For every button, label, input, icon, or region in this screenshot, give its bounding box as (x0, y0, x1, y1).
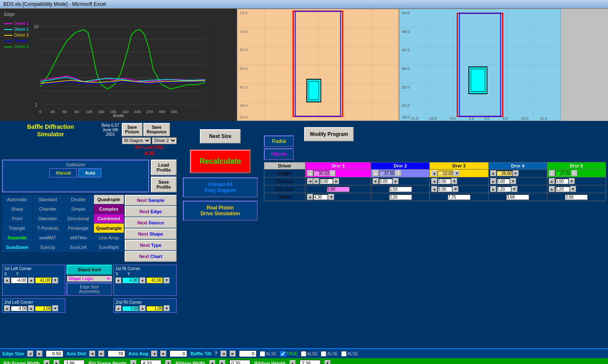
height-drvr1-down[interactable] (330, 170, 335, 176)
displace-drvr2[interactable] (379, 179, 392, 184)
height-drvr1-up[interactable] (307, 170, 313, 176)
ribbon-width-left[interactable] (209, 360, 215, 364)
mode-sumleft[interactable]: SumLeft (63, 243, 94, 252)
rib-frame-width-left[interactable] (44, 360, 49, 364)
second-left-y-down[interactable] (52, 305, 58, 311)
auto-button[interactable]: Auto (79, 168, 101, 177)
mode-diameter[interactable]: Diameter (33, 214, 63, 223)
axis-dist-left[interactable] (89, 351, 95, 357)
dis-d4-up[interactable] (490, 178, 496, 184)
save-response-button[interactable]: SaveResponse (143, 123, 170, 136)
height-drvr5-input[interactable] (555, 171, 571, 176)
edge-size-right[interactable] (37, 351, 42, 357)
alse-checkbox-4[interactable] (341, 351, 347, 357)
displace-drvr1[interactable] (320, 179, 333, 184)
height-drvr4-input[interactable] (497, 171, 512, 176)
modify-program-button[interactable]: Modify Program (304, 127, 354, 141)
first-left-y-up[interactable] (28, 278, 34, 283)
first-rt-x-input[interactable] (122, 277, 139, 283)
height-drvr4-up[interactable] (490, 170, 496, 176)
shape-logic-dropdown[interactable]: Shape Logic (66, 275, 112, 282)
dis-d1-right[interactable] (313, 178, 319, 184)
drvrsize-d3-dn[interactable] (453, 186, 458, 192)
drvrsize-d3-up[interactable] (431, 186, 437, 192)
mode-quadrangle[interactable]: Quadrangle (94, 224, 124, 233)
next-shape-button[interactable]: Next Shape (125, 229, 177, 239)
mode-sumright[interactable]: SumRight (94, 243, 124, 252)
mode-sumdown[interactable]: SumDown (2, 243, 32, 252)
mode-tpyramid[interactable]: T-Pyramid (33, 224, 63, 233)
ribbon-height-up[interactable] (290, 360, 295, 364)
alse-checkbox-3[interactable] (321, 351, 326, 357)
mode-automatic[interactable]: Automatic (2, 195, 32, 204)
mode-directional[interactable]: Directional (63, 214, 94, 223)
mode-quadruple[interactable]: Quadruple (94, 195, 124, 204)
axis-ang-input[interactable] (170, 350, 187, 357)
mode-chamfer[interactable]: Chamfer (33, 204, 63, 214)
second-left-x-up[interactable] (4, 305, 10, 311)
dis-d4-dn[interactable] (510, 178, 516, 184)
mode-simple[interactable]: Simple (63, 204, 94, 214)
drvrsize-d4-dn[interactable] (512, 186, 517, 192)
mode-double[interactable]: Double (63, 195, 94, 204)
second-left-y-up[interactable] (28, 305, 34, 311)
baffle-tilt-input[interactable] (239, 350, 256, 357)
true-checkbox[interactable] (280, 351, 286, 357)
first-left-x-up[interactable] (4, 278, 10, 283)
edge-size-button[interactable]: Edge SizeAsymmetry (66, 283, 112, 296)
height-drvr3-input[interactable] (438, 171, 453, 176)
mode-linearray[interactable]: Line Array (94, 233, 124, 242)
height-drvr2-input[interactable] (379, 171, 395, 176)
first-rt-x-up[interactable] (116, 278, 121, 283)
drvrsize-d5-dn[interactable] (570, 186, 576, 192)
alse-checkbox-4-label[interactable]: ALSE (341, 351, 358, 357)
manual-button[interactable]: Manual (49, 168, 77, 177)
save-profile-button[interactable]: SaveProfile (151, 177, 177, 192)
piston-drvr1[interactable] (313, 194, 328, 200)
radial-button[interactable]: Radial (264, 135, 294, 147)
baffle-tilt-left[interactable] (221, 351, 226, 357)
second-left-y-input[interactable] (35, 306, 52, 311)
height-drvr5-down[interactable] (571, 170, 577, 176)
displace-drvr4[interactable] (497, 179, 510, 184)
ribbon-height-input[interactable] (300, 360, 320, 364)
dis-d3-dn[interactable] (451, 178, 457, 184)
alse-checkbox-2[interactable] (301, 351, 306, 357)
dis-d1-r2[interactable] (333, 178, 339, 184)
mode-pentangle[interactable]: Pentangle (63, 224, 94, 233)
second-rt-x-up[interactable] (116, 305, 121, 311)
mode-standard[interactable]: Standard (33, 195, 63, 204)
rib-frame-width-input[interactable] (64, 360, 84, 364)
piston-drive-button[interactable]: Real PistonDrive Simulation (183, 201, 258, 221)
recalculate-button[interactable]: Recalculate (190, 150, 251, 173)
height-drvr4-down[interactable] (513, 170, 519, 176)
alse-checkbox-1[interactable] (260, 351, 265, 357)
ribbon-button[interactable]: Ribbon (264, 148, 294, 160)
second-rt-y-down[interactable] (164, 305, 170, 311)
rib-frame-height-up[interactable] (130, 360, 136, 364)
axis-ang-right[interactable] (160, 351, 166, 357)
axis-ang-left[interactable] (151, 351, 157, 357)
mode-point[interactable]: Point (2, 214, 32, 223)
driver-select-dropdown[interactable]: Driver 1 Driver 2 Driver 3 Driver 4 Driv… (152, 137, 177, 144)
first-rt-y-up[interactable] (140, 278, 145, 283)
baffle-tilt-right[interactable] (230, 351, 236, 357)
diagram-type-dropdown[interactable]: Rt Diagrm Lt Diagrm Front Top (122, 137, 151, 144)
mode-combined[interactable]: Combined (94, 214, 124, 223)
piston-d1-up[interactable] (307, 194, 313, 200)
mode-triangle[interactable]: Triangle (2, 224, 32, 233)
baffle-tilt-question[interactable]: ? (214, 351, 217, 357)
alse-checkbox-3-label[interactable]: ALSE (321, 351, 338, 357)
height-drvr1-input[interactable] (313, 171, 329, 176)
first-left-y-input[interactable] (35, 277, 52, 283)
next-chart-button[interactable]: Next Chart (125, 251, 177, 262)
next-edge-button[interactable]: Next Edge (125, 206, 177, 217)
second-rt-y-input[interactable] (146, 306, 163, 311)
height-drvr3-down[interactable] (454, 170, 460, 176)
load-profile-button[interactable]: LoadProfile (151, 160, 177, 175)
ribbon-width-right[interactable] (219, 360, 225, 364)
axis-dist-input[interactable] (108, 350, 125, 357)
rib-frame-height-down[interactable] (165, 360, 171, 364)
second-rt-x-input[interactable] (122, 306, 139, 311)
dis-d1-left[interactable] (307, 178, 313, 184)
